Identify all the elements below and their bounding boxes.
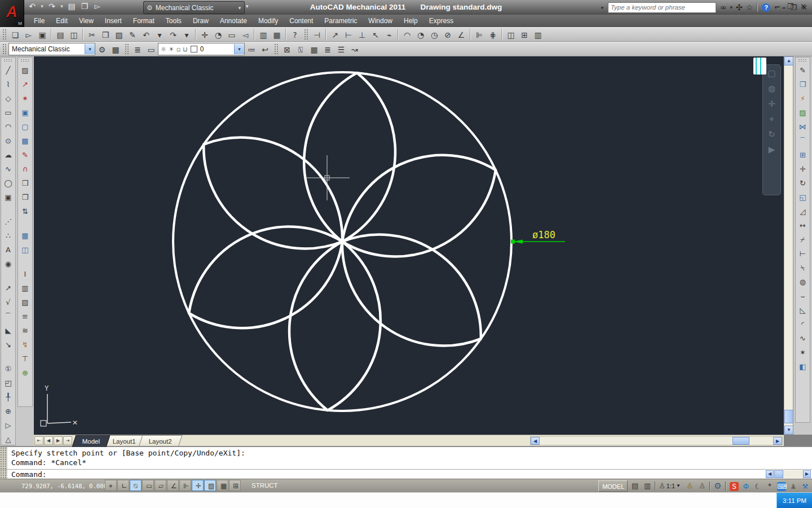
drawing-canvas[interactable]: ø180Y✕ <box>34 56 784 435</box>
spring-button[interactable]: ≋ <box>18 323 32 338</box>
power-recall-button[interactable]: ∩ <box>18 162 32 176</box>
properties-button[interactable]: ▥ <box>257 28 270 41</box>
pan-button[interactable]: ✛ <box>198 28 211 41</box>
mdi-restore-button[interactable]: ❐ <box>785 2 795 11</box>
toolbar-grip[interactable] <box>798 59 807 62</box>
layer-combo[interactable]: ☼ ☀ ▫ ⊔ 0 ▾ <box>158 43 245 55</box>
menu-content[interactable]: Content <box>284 15 319 27</box>
menu-insert[interactable]: Insert <box>99 15 127 27</box>
command-scroll-thumb[interactable] <box>774 470 783 478</box>
revision-cloud-button[interactable]: ☁ <box>1 148 15 162</box>
leader-button[interactable]: ↗ <box>1 281 15 295</box>
menu-window[interactable]: Window <box>363 15 398 27</box>
copy-object-button[interactable]: ❒ <box>18 176 32 190</box>
power-snap-button[interactable]: ✶ <box>18 91 32 106</box>
lengthen-button[interactable]: ↔ <box>796 218 810 233</box>
spline-button[interactable]: ∿ <box>1 162 15 176</box>
favorites-star-icon[interactable]: ☆ <box>746 3 753 12</box>
rotate-button[interactable]: ↻ <box>796 176 810 190</box>
chain-dimension-button[interactable]: ⋕ <box>486 28 500 41</box>
qat-undo-button[interactable]: ↶ <box>26 0 38 12</box>
save-button[interactable]: ▣ <box>36 28 49 41</box>
open-button[interactable]: ▻ <box>22 28 36 41</box>
menu-modify[interactable]: Modify <box>253 15 284 27</box>
struct-label[interactable]: STRUCT <box>251 482 278 489</box>
weld-symbol-button[interactable]: ▷ <box>1 418 15 432</box>
floating-palette-fragment[interactable] <box>753 58 766 75</box>
section-hatch-button[interactable]: ▧ <box>18 295 32 309</box>
application-menu-button[interactable]: A M <box>0 0 24 27</box>
power-copy-button[interactable]: ⚡ <box>796 91 810 106</box>
rectangle-button[interactable]: ▭ <box>1 106 15 120</box>
annotation-visibility-button[interactable]: ♙ <box>683 480 696 492</box>
angular-dimension-button[interactable]: ∠ <box>454 28 468 41</box>
model-space-button[interactable]: MODEL <box>598 480 628 492</box>
undo-button[interactable]: ↶ <box>139 28 153 41</box>
surface-texture-button[interactable]: △ <box>1 432 15 446</box>
otrack-toggle[interactable]: ⊩ <box>179 480 191 491</box>
redo-caret[interactable]: ▾ <box>180 28 193 41</box>
paste-format-button[interactable]: ▨ <box>796 106 810 120</box>
menu-tools[interactable]: Tools <box>160 15 187 27</box>
datum-identifier-button[interactable]: ╀ <box>1 390 15 404</box>
command-line-window[interactable]: Specify stretch point or [Base point/Cop… <box>0 446 812 479</box>
toolbar-grip[interactable] <box>3 59 13 62</box>
tab-next-button[interactable]: ▶ <box>54 436 63 445</box>
qat-overflow-caret[interactable]: ▾ <box>246 3 249 9</box>
tab-prev-button[interactable]: ◀ <box>44 436 53 445</box>
scroll-right-button[interactable]: ▶ <box>803 470 811 478</box>
scroll-left-button[interactable]: ◀ <box>531 437 540 445</box>
mdi-minimize-button[interactable]: – <box>775 2 782 11</box>
angle-dimension-button[interactable]: ⌁ <box>382 28 396 41</box>
infocenter-expand-arrow[interactable]: ▸ <box>601 5 604 10</box>
multi-dimension-button[interactable]: ↗ <box>328 28 342 41</box>
quickcalc-button[interactable]: ▦ <box>270 28 284 41</box>
taskbar-clock[interactable]: 3:11 PM <box>776 493 812 508</box>
beam-calculation-button[interactable]: I <box>18 267 32 281</box>
stretch-button[interactable]: ◿ <box>796 204 810 218</box>
power-edit-dimension-button[interactable]: ◫ <box>504 28 518 41</box>
circle-button[interactable]: ⊙ <box>1 134 15 148</box>
copy-button2[interactable]: ❒ <box>796 77 810 91</box>
detail-edit-button[interactable]: ▩ <box>18 134 32 148</box>
diameter-dimension-button[interactable]: ⊘ <box>441 28 454 41</box>
drawing-area[interactable]: ø180Y✕ <box>34 56 784 435</box>
dimension-text[interactable]: ø180 <box>532 229 555 240</box>
zoom-realtime-button[interactable]: ◔ <box>211 28 225 41</box>
degree-tray-icon[interactable]: ° <box>765 481 775 491</box>
horizontal-dimension-button[interactable]: ⊢ <box>342 28 355 41</box>
edit-copy-button[interactable]: ❐ <box>18 190 32 204</box>
trim-button[interactable]: ⌿ <box>796 233 810 247</box>
menu-parametric[interactable]: Parametric <box>319 15 363 27</box>
baseline-dimension-button[interactable]: ⊫ <box>473 28 486 41</box>
menu-express[interactable]: Express <box>423 15 459 27</box>
showmotion-icon[interactable]: ▶ <box>769 144 775 155</box>
tab-first-button[interactable]: ⇤ <box>34 436 43 445</box>
construction-line-button[interactable]: ⋰ <box>1 214 15 229</box>
scale-button[interactable]: ◱ <box>796 190 810 204</box>
paste-button[interactable]: ▨ <box>112 28 126 41</box>
scroll-left-button[interactable]: ◀ <box>766 470 774 478</box>
annotation-scale-button[interactable]: ♙ 1:1 ▼ <box>657 481 682 490</box>
shaft-generator-button[interactable]: ▥ <box>18 281 32 295</box>
layout-space-icon[interactable]: ▥ <box>641 480 654 492</box>
undo-caret[interactable]: ▾ <box>153 28 166 41</box>
zoom-previous-button[interactable]: ◅ <box>239 28 252 41</box>
leader-note-button[interactable]: ↝ <box>348 43 361 55</box>
command-window-grip[interactable] <box>0 447 7 479</box>
wrench-tray-icon[interactable]: ⚒ <box>800 481 810 491</box>
multi-edit-dimension-button[interactable]: ⊞ <box>518 28 531 41</box>
annotation-update-button[interactable]: ⇅ <box>18 204 32 218</box>
qat-undo-caret[interactable]: ▾ <box>39 0 45 12</box>
steering-wheel-icon[interactable]: ◍ <box>768 84 775 94</box>
navigation-bar[interactable]: ▢◍✛⌖↻▶ <box>762 64 781 195</box>
tab-last-button[interactable]: ⇥ <box>63 436 72 445</box>
menu-format[interactable]: Format <box>127 15 160 27</box>
break-button[interactable]: ◍ <box>796 275 810 289</box>
scroll-down-button[interactable]: ▼ <box>784 426 793 435</box>
keyboard-tray-icon[interactable]: ⌨ <box>776 481 787 491</box>
array-button[interactable]: ⊞ <box>796 148 810 162</box>
toolbar-grip[interactable] <box>304 29 308 40</box>
search-binoculars-icon[interactable]: ∞ <box>720 3 727 12</box>
menu-help[interactable]: Help <box>398 15 423 27</box>
